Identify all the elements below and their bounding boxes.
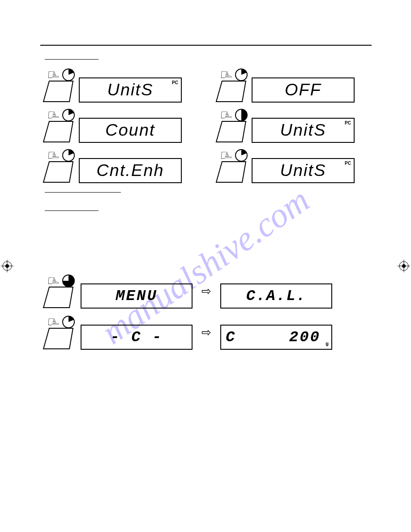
section1-heading-underline <box>45 59 98 60</box>
lcd-text: UnitS <box>107 81 154 99</box>
pie-icon <box>62 68 75 82</box>
lcd-display-cal: C.A.L. <box>220 283 332 309</box>
row2-1: ☞ MENU ⇨ C.A.L. <box>40 274 372 309</box>
lcd-display: Cnt.Enh <box>79 158 182 183</box>
button-icon[interactable] <box>43 80 74 103</box>
button-icon[interactable] <box>215 161 247 183</box>
pie-icon-half <box>235 108 248 122</box>
section1c-underline <box>45 210 98 211</box>
cell-3-right: ☞ UnitS PC <box>213 148 361 183</box>
svg-marker-9 <box>43 81 73 102</box>
pie-icon <box>62 108 75 122</box>
section1b-underline <box>45 192 121 193</box>
lcd-display: UnitS PC <box>79 77 182 103</box>
button-icon[interactable] <box>43 286 74 309</box>
lcd-text: UnitS <box>280 161 326 180</box>
svg-marker-15 <box>216 121 246 142</box>
lcd-display-c200: C 200 g <box>220 325 332 350</box>
pie-icon <box>235 68 248 82</box>
lcd-text: OFF <box>285 81 321 99</box>
lcd-display: Count <box>79 118 182 143</box>
cell-2-right: ☞ UnitS PC <box>213 108 361 143</box>
row-2: ☞ Count ☞ <box>40 108 372 143</box>
unit-badge: g <box>325 341 329 346</box>
row-1: ☞ UnitS PC ☞ <box>40 68 372 103</box>
pie-icon-three-quarter <box>62 274 75 287</box>
pie-icon <box>235 149 248 162</box>
lcd-value: 200 <box>289 329 331 346</box>
section2: ☞ MENU ⇨ C.A.L. ☞ <box>40 274 372 350</box>
section1-rows: ☞ UnitS PC ☞ <box>40 68 372 183</box>
button-icon[interactable] <box>43 161 74 183</box>
button-icon[interactable] <box>43 120 74 143</box>
registration-mark-left <box>1 260 13 272</box>
lcd-text: UnitS <box>280 121 326 140</box>
lcd-text: Count <box>105 121 155 140</box>
cell-1-left: ☞ UnitS PC <box>40 68 188 103</box>
pie-icon <box>62 149 75 162</box>
button-icon[interactable] <box>215 120 247 143</box>
lcd-prefix: C <box>221 329 236 346</box>
cell-1-right: ☞ OFF <box>213 68 361 103</box>
button-icon[interactable] <box>215 80 247 103</box>
pc-badge: PC <box>345 161 351 166</box>
arrow-right-icon: ⇨ <box>201 284 211 298</box>
svg-marker-19 <box>216 162 246 182</box>
cell-3-left: ☞ Cnt.Enh <box>40 148 188 183</box>
row2-2: ☞ - C - ⇨ C 200 g <box>40 315 372 350</box>
pie-icon <box>62 315 75 329</box>
svg-marker-17 <box>43 162 73 182</box>
cell-2-left: ☞ Count <box>40 108 188 143</box>
lcd-text: MENU <box>116 287 158 305</box>
row-3: ☞ Cnt.Enh ☞ <box>40 148 372 183</box>
svg-marker-13 <box>43 121 73 142</box>
lcd-display: UnitS PC <box>252 118 355 143</box>
svg-marker-23 <box>43 328 73 349</box>
lcd-display: UnitS PC <box>252 158 355 183</box>
lcd-text: - C - <box>110 329 163 346</box>
pc-badge: PC <box>345 120 351 125</box>
svg-marker-21 <box>43 287 73 308</box>
svg-marker-11 <box>216 81 246 102</box>
lcd-text: Cnt.Enh <box>96 161 164 180</box>
registration-mark-right <box>398 260 410 272</box>
lcd-text: C.A.L. <box>246 287 306 305</box>
pc-badge: PC <box>172 80 178 85</box>
arrow-right-icon: ⇨ <box>201 326 211 339</box>
lcd-display-menu: MENU <box>81 283 193 309</box>
button-icon[interactable] <box>43 327 74 350</box>
divider-top <box>40 45 372 46</box>
lcd-display-c: - C - <box>81 325 193 350</box>
lcd-display: OFF <box>252 77 355 103</box>
